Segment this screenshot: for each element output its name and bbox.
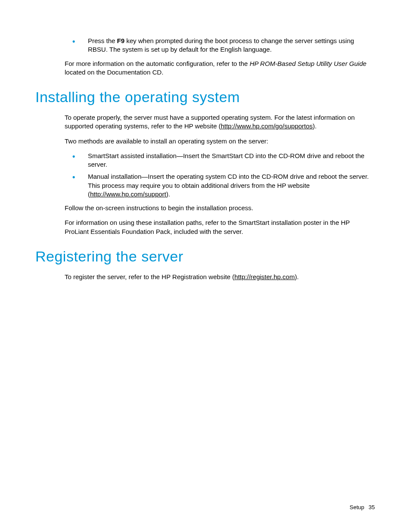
- text: To register the server, refer to the HP …: [65, 273, 234, 280]
- paragraph: Follow the on-screen instructions to beg…: [65, 204, 375, 212]
- paragraph: Two methods are available to install an …: [65, 137, 375, 146]
- text: located on the Documentation CD.: [65, 68, 163, 76]
- document-page: Press the F9 key when prompted during th…: [0, 0, 411, 281]
- paragraph: To register the server, refer to the HP …: [65, 273, 375, 281]
- heading-registering-server: Registering the server: [35, 248, 375, 265]
- footer-page-number: 35: [369, 504, 375, 510]
- paragraph: For information on using these installat…: [65, 218, 375, 236]
- install-methods-list: SmartStart assisted installation—Insert …: [35, 152, 375, 199]
- text: ).: [295, 273, 299, 280]
- support-link[interactable]: http://www.hp.com/support: [90, 190, 166, 198]
- intro-bullet-item: Press the F9 key when prompted during th…: [72, 37, 375, 54]
- guide-title: HP ROM-Based Setup Utility User Guide: [249, 60, 366, 67]
- footer-section: Setup: [350, 504, 364, 510]
- text: ).: [166, 190, 170, 198]
- list-item: SmartStart assisted installation—Insert …: [72, 152, 375, 169]
- intro-bullet-list: Press the F9 key when prompted during th…: [35, 37, 375, 54]
- text: Press the: [88, 37, 117, 44]
- text: For more information on the automatic co…: [65, 60, 249, 67]
- register-link[interactable]: http://register.hp.com: [234, 273, 295, 280]
- heading-installing-os: Installing the operating system: [35, 89, 375, 106]
- paragraph: To operate properly, the server must hav…: [65, 113, 375, 131]
- list-item: Manual installation—Insert the operating…: [72, 172, 375, 199]
- page-footer: Setup35: [350, 504, 375, 510]
- text: key when prompted during the boot proces…: [88, 37, 354, 53]
- key-name: F9: [117, 37, 125, 44]
- text: ).: [313, 122, 317, 130]
- supportos-link[interactable]: http://www.hp.com/go/supportos: [221, 122, 312, 130]
- intro-paragraph: For more information on the automatic co…: [65, 59, 375, 77]
